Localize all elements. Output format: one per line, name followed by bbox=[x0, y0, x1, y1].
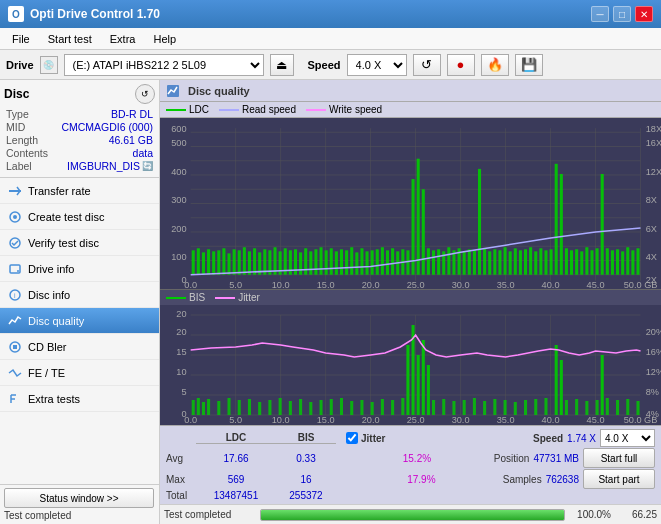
disc-button[interactable]: ● bbox=[447, 54, 475, 76]
start-part-button[interactable]: Start part bbox=[583, 469, 655, 489]
svg-rect-186 bbox=[406, 345, 409, 415]
speed-select-stats[interactable]: 4.0 X bbox=[600, 429, 655, 447]
disc-quality-icon bbox=[8, 314, 22, 328]
svg-rect-174 bbox=[289, 401, 292, 415]
svg-text:i: i bbox=[14, 292, 16, 299]
svg-text:45.0: 45.0 bbox=[587, 280, 605, 289]
svg-text:12%: 12% bbox=[646, 367, 661, 377]
nav-create-test-disc[interactable]: Create test disc bbox=[0, 204, 159, 230]
svg-rect-188 bbox=[417, 355, 420, 415]
svg-rect-180 bbox=[350, 401, 353, 415]
stats-jitter-header: Jitter bbox=[346, 432, 527, 444]
nav-drive-info[interactable]: Drive info bbox=[0, 256, 159, 282]
svg-rect-163 bbox=[192, 400, 195, 415]
svg-text:6X: 6X bbox=[646, 224, 657, 234]
position-label: Position bbox=[494, 453, 530, 464]
eject-button[interactable]: ⏏ bbox=[270, 54, 294, 76]
svg-rect-170 bbox=[248, 399, 251, 415]
refresh-button[interactable]: ↺ bbox=[413, 54, 441, 76]
svg-rect-38 bbox=[207, 249, 210, 274]
disc-label-value: IMGBURN_DIS bbox=[67, 160, 140, 172]
svg-rect-109 bbox=[570, 250, 573, 274]
svg-rect-178 bbox=[330, 399, 333, 415]
svg-text:35.0: 35.0 bbox=[497, 415, 515, 425]
svg-text:45.0: 45.0 bbox=[587, 415, 605, 425]
svg-rect-54 bbox=[289, 250, 292, 274]
drive-icon: 💿 bbox=[40, 56, 58, 74]
svg-rect-212 bbox=[626, 399, 629, 415]
progress-percent: 100.0% bbox=[571, 509, 611, 520]
svg-rect-58 bbox=[309, 251, 312, 274]
stats-max-row: Max 569 16 17.9% Samples 762638 Start pa… bbox=[166, 469, 655, 489]
menu-file[interactable]: File bbox=[4, 31, 38, 47]
stats-total-ldc: 13487451 bbox=[196, 490, 276, 501]
nav-verify-test-disc[interactable]: Verify test disc bbox=[0, 230, 159, 256]
nav-fe-te[interactable]: FE / TE bbox=[0, 360, 159, 386]
legend-read-speed-label: Read speed bbox=[242, 104, 296, 115]
svg-rect-100 bbox=[524, 249, 527, 274]
svg-text:20: 20 bbox=[176, 309, 186, 319]
disc-mid-value: CMCMAGDI6 (000) bbox=[61, 121, 153, 133]
disc-mid-key: MID bbox=[6, 121, 61, 133]
svg-rect-88 bbox=[463, 251, 466, 274]
svg-rect-189 bbox=[422, 340, 425, 415]
status-window-button[interactable]: Status window >> bbox=[4, 488, 154, 508]
svg-rect-118 bbox=[616, 249, 619, 274]
nav-extra-tests[interactable]: Extra tests bbox=[0, 386, 159, 412]
speed-select[interactable]: 4.0 X bbox=[347, 54, 407, 76]
svg-text:18X: 18X bbox=[646, 124, 661, 134]
title-bar-left: O Opti Drive Control 1.70 bbox=[8, 6, 160, 22]
svg-text:50.0 GB: 50.0 GB bbox=[624, 280, 658, 289]
svg-text:200: 200 bbox=[171, 224, 186, 234]
menu-start-test[interactable]: Start test bbox=[40, 31, 100, 47]
start-full-button[interactable]: Start full bbox=[583, 448, 655, 468]
stats-max-label: Max bbox=[166, 474, 196, 485]
svg-rect-198 bbox=[504, 400, 507, 415]
content-title: Disc quality bbox=[188, 85, 250, 97]
stats-bis-header: BIS bbox=[276, 432, 336, 444]
svg-rect-59 bbox=[314, 249, 317, 274]
jitter-checkbox[interactable] bbox=[346, 432, 358, 444]
drive-select[interactable]: (E:) ATAPI iHBS212 2 5L09 bbox=[64, 54, 264, 76]
svg-rect-74 bbox=[391, 248, 394, 274]
disc-type-row: Type BD-R DL bbox=[4, 108, 155, 120]
bis-label: BIS bbox=[189, 292, 205, 303]
svg-text:20: 20 bbox=[176, 327, 186, 337]
disc-contents-value: data bbox=[133, 147, 153, 159]
svg-rect-177 bbox=[320, 400, 323, 415]
save-button[interactable]: 💾 bbox=[515, 54, 543, 76]
svg-rect-57 bbox=[304, 248, 307, 274]
menu-help[interactable]: Help bbox=[145, 31, 184, 47]
svg-rect-103 bbox=[539, 248, 542, 274]
svg-rect-61 bbox=[325, 250, 328, 274]
stats-avg-ldc: 17.66 bbox=[196, 453, 276, 464]
svg-rect-79 bbox=[417, 159, 420, 275]
disc-label-key: Label bbox=[6, 160, 61, 172]
svg-text:100: 100 bbox=[171, 253, 186, 263]
svg-text:25.0: 25.0 bbox=[407, 415, 425, 425]
disc-refresh-button[interactable]: ↺ bbox=[135, 84, 155, 104]
svg-rect-72 bbox=[381, 247, 384, 274]
bis-chart-svg: 0 5 10 15 20 20 4% 8% 12% 16% 20% 0.0 5.… bbox=[160, 305, 661, 425]
disc-mid-row: MID CMCMAGDI6 (000) bbox=[4, 121, 155, 133]
nav-disc-info[interactable]: i Disc info bbox=[0, 282, 159, 308]
status-bar: Status window >> Test completed bbox=[0, 484, 159, 524]
svg-text:50.0 GB: 50.0 GB bbox=[624, 415, 658, 425]
svg-rect-106 bbox=[555, 164, 558, 275]
maximize-button[interactable]: □ bbox=[613, 6, 631, 22]
svg-rect-99 bbox=[519, 250, 522, 274]
svg-rect-64 bbox=[340, 249, 343, 274]
svg-rect-117 bbox=[611, 250, 614, 274]
nav-disc-quality[interactable]: Disc quality bbox=[0, 308, 159, 334]
jitter-col-label: Jitter bbox=[361, 433, 385, 444]
svg-rect-107 bbox=[560, 174, 563, 275]
menu-extra[interactable]: Extra bbox=[102, 31, 144, 47]
svg-rect-191 bbox=[432, 400, 435, 415]
nav-transfer-rate[interactable]: Transfer rate bbox=[0, 178, 159, 204]
svg-rect-176 bbox=[309, 402, 312, 415]
svg-rect-44 bbox=[238, 250, 241, 274]
nav-cd-bler[interactable]: CD Bler bbox=[0, 334, 159, 360]
close-button[interactable]: ✕ bbox=[635, 6, 653, 22]
burn-button[interactable]: 🔥 bbox=[481, 54, 509, 76]
minimize-button[interactable]: ─ bbox=[591, 6, 609, 22]
